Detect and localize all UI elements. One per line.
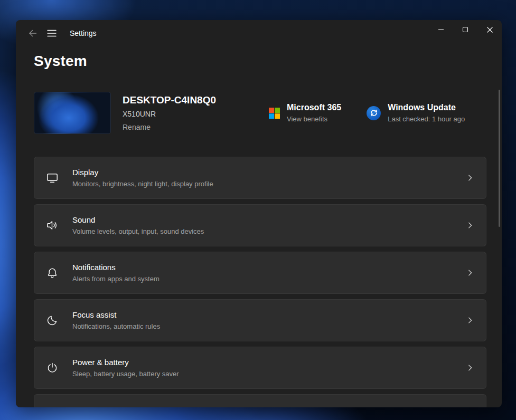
rename-button[interactable]: Rename	[123, 121, 216, 133]
settings-item-label: Sound	[72, 215, 204, 225]
settings-list: Display Monitors, brightness, night ligh…	[34, 157, 486, 407]
menu-icon	[47, 30, 57, 37]
chevron-right-icon	[466, 222, 474, 229]
chevron-right-icon	[466, 174, 474, 182]
main-content: System DESKTOP-C4IN8Q0 X510UNR Rename Mi…	[16, 53, 502, 407]
windows-update-title: Windows Update	[388, 102, 465, 113]
settings-item-description: Sleep, battery usage, battery saver	[72, 369, 179, 379]
sound-icon	[46, 219, 59, 232]
microsoft-365-title: Microsoft 365	[287, 102, 341, 113]
device-model: X510UNR	[123, 108, 216, 120]
device-name: DESKTOP-C4IN8Q0	[123, 93, 216, 107]
display-icon	[46, 171, 59, 184]
back-button[interactable]	[23, 24, 42, 42]
navigation-menu-button[interactable]	[42, 24, 61, 42]
device-thumbnail	[34, 92, 111, 134]
settings-item-description: Alerts from apps and system	[72, 274, 160, 284]
windows-update-status: Last checked: 1 hour ago	[388, 114, 465, 124]
minimize-icon	[438, 26, 444, 33]
microsoft-365-card[interactable]: Microsoft 365 View benefits	[269, 102, 341, 124]
window-controls	[429, 20, 502, 39]
settings-item-notifications[interactable]: Notifications Alerts from apps and syste…	[34, 252, 486, 294]
settings-item-description: Volume levels, output, input, sound devi…	[72, 227, 204, 236]
titlebar: Settings	[16, 20, 502, 46]
vertical-scrollbar[interactable]	[499, 90, 500, 227]
settings-item-label: Power & battery	[72, 357, 179, 368]
windows-update-card[interactable]: Windows Update Last checked: 1 hour ago	[367, 102, 465, 124]
settings-item-partial[interactable]	[34, 394, 486, 407]
settings-item-label: Focus assist	[72, 310, 160, 320]
settings-item-power-battery[interactable]: Power & battery Sleep, battery usage, ba…	[34, 347, 486, 389]
close-button[interactable]	[477, 20, 502, 39]
chevron-right-icon	[466, 269, 474, 276]
device-info: DESKTOP-C4IN8Q0 X510UNR Rename	[123, 93, 216, 133]
device-header: DESKTOP-C4IN8Q0 X510UNR Rename Microsoft…	[34, 92, 486, 134]
sync-icon	[367, 106, 381, 120]
focus-assist-icon	[46, 314, 59, 327]
settings-item-label: Display	[72, 167, 213, 178]
maximize-button[interactable]	[453, 20, 477, 39]
desktop-wallpaper: Settings System DESKTOP-C4IN8Q0	[0, 0, 516, 420]
settings-item-focus-assist[interactable]: Focus assist Notifications, automatic ru…	[34, 299, 486, 341]
settings-item-label: Notifications	[72, 262, 160, 273]
settings-item-sound[interactable]: Sound Volume levels, output, input, soun…	[34, 204, 486, 246]
notifications-icon	[46, 266, 59, 279]
minimize-button[interactable]	[429, 20, 453, 39]
power-icon	[46, 361, 59, 374]
settings-item-display[interactable]: Display Monitors, brightness, night ligh…	[34, 157, 486, 199]
window-title: Settings	[70, 29, 97, 37]
chevron-right-icon	[466, 317, 474, 324]
microsoft-logo-icon	[269, 108, 280, 119]
settings-item-description: Notifications, automatic rules	[72, 322, 160, 331]
chevron-right-icon	[466, 364, 474, 371]
microsoft-365-subtitle[interactable]: View benefits	[287, 114, 341, 124]
page-title: System	[34, 53, 486, 70]
close-icon	[486, 26, 493, 33]
maximize-icon	[462, 26, 468, 33]
settings-window: Settings System DESKTOP-C4IN8Q0	[16, 20, 502, 407]
back-icon	[29, 29, 37, 37]
settings-item-description: Monitors, brightness, night light, displ…	[72, 179, 213, 189]
